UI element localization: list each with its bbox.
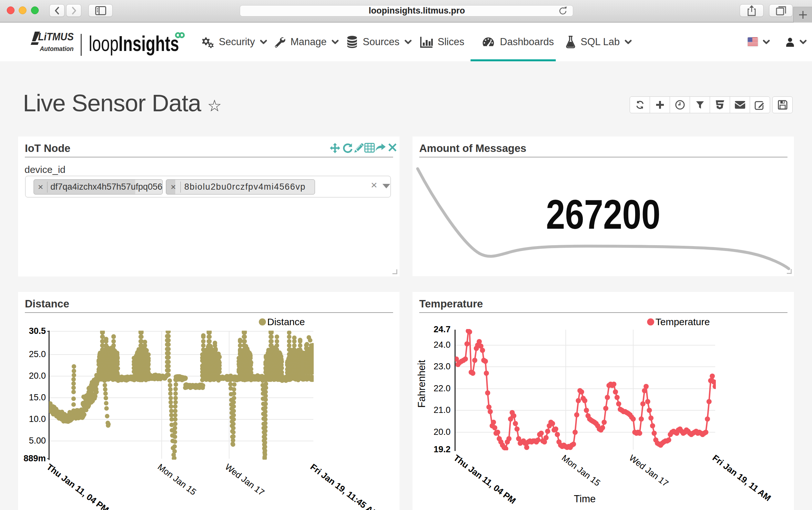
svg-text:Distance: Distance (267, 317, 305, 327)
svg-text:Temperature: Temperature (656, 317, 710, 327)
svg-text:Automation: Automation (39, 45, 74, 52)
svg-text:LiTMUS: LiTMUS (38, 31, 74, 43)
